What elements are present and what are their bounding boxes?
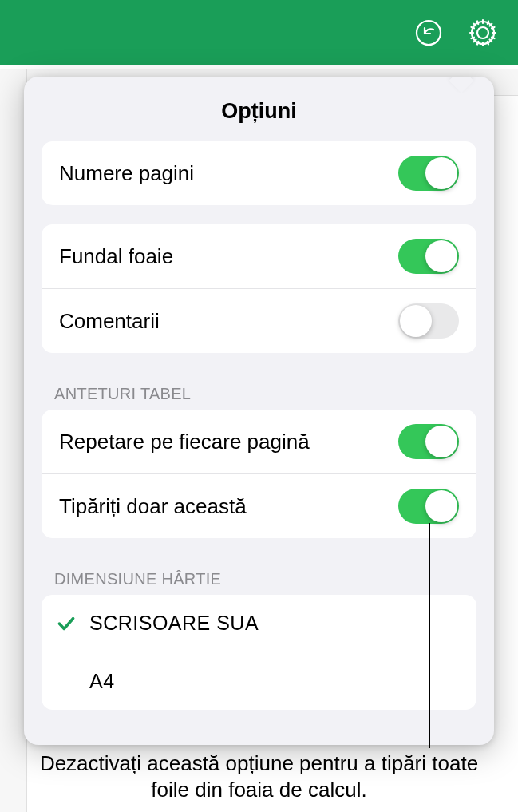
comments-toggle[interactable]: [398, 303, 459, 339]
general-options-section: Numere pagini: [42, 141, 476, 205]
print-only-this-label: Tipăriți doar această: [59, 494, 247, 519]
background-comments-section: Fundal foaie Comentarii: [42, 224, 476, 353]
popover-title: Opțiuni: [24, 77, 494, 141]
page-numbers-label: Numere pagini: [59, 161, 194, 186]
paper-size-label: SCRISOARE SUA: [85, 612, 259, 635]
toggle-knob: [425, 157, 457, 189]
toggle-knob: [425, 490, 457, 522]
undo-button[interactable]: [413, 17, 445, 49]
print-only-this-toggle[interactable]: [398, 489, 459, 524]
sheet-background-row: Fundal foaie: [42, 224, 476, 289]
toggle-knob: [400, 305, 432, 337]
paper-size-section: SCRISOARE SUA A4: [42, 595, 476, 710]
svg-line-11: [477, 22, 478, 25]
svg-line-17: [472, 27, 475, 28]
check-icon: [56, 613, 85, 634]
table-headers-section-header: ANTETURI TABEL: [24, 372, 494, 410]
page-numbers-toggle[interactable]: [398, 156, 459, 191]
callout-text: Dezactivați această opțiune pentru a tip…: [32, 751, 486, 804]
toggle-knob: [425, 426, 457, 457]
svg-point-1: [477, 27, 488, 38]
callout-line: [429, 523, 430, 748]
sheet-background-label: Fundal foaie: [59, 244, 173, 269]
toggle-knob: [425, 240, 457, 272]
comments-label: Comentarii: [59, 309, 160, 334]
print-only-this-row: Tipăriți doar această: [42, 474, 476, 538]
comments-row: Comentarii: [42, 289, 476, 353]
popover-arrow: [453, 77, 470, 78]
page-numbers-row: Numere pagini: [42, 141, 476, 205]
row-headers: [0, 69, 27, 812]
paper-size-section-header: DIMENSIUNE HÂRTIE: [24, 557, 494, 595]
paper-size-label: A4: [85, 670, 115, 693]
options-popover: Opțiuni Numere pagini Fundal foaie Comen…: [24, 77, 494, 745]
repeat-each-page-label: Repetare pe fiecare pagină: [59, 430, 310, 454]
svg-line-15: [488, 22, 488, 25]
settings-button[interactable]: [467, 17, 499, 49]
repeat-each-page-row: Repetare pe fiecare pagină: [42, 410, 476, 474]
svg-line-18: [492, 38, 495, 38]
sheet-background-toggle[interactable]: [398, 239, 459, 274]
svg-line-13: [472, 38, 475, 38]
svg-line-14: [492, 27, 495, 28]
svg-line-12: [488, 42, 488, 45]
repeat-each-page-toggle[interactable]: [398, 424, 459, 459]
undo-icon: [414, 18, 443, 47]
app-toolbar: [0, 0, 518, 65]
paper-size-a4[interactable]: A4: [42, 652, 476, 710]
svg-line-16: [477, 42, 478, 45]
paper-size-us-letter[interactable]: SCRISOARE SUA: [42, 595, 476, 652]
gear-icon: [469, 18, 497, 47]
table-headers-section: Repetare pe fiecare pagină Tipăriți doar…: [42, 410, 476, 538]
